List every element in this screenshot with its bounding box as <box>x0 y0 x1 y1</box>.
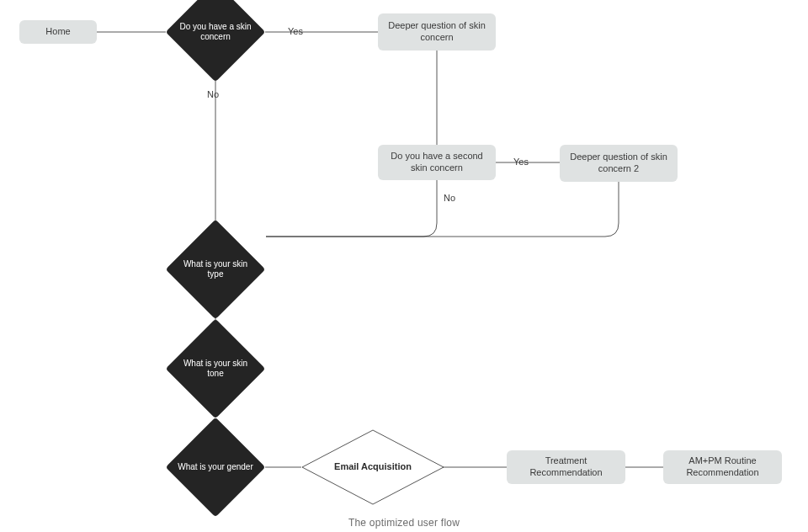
node-email-label: Email Acquisition <box>334 461 412 473</box>
edge-label-no-1: No <box>207 89 219 99</box>
node-routine-label: AM+PM Routine Recommendation <box>672 455 773 479</box>
node-skin-concern-label: Do you have a skin concern <box>178 22 253 43</box>
node-email: Email Acquisition <box>301 429 444 505</box>
node-treatment: Treatment Recommendation <box>507 450 625 484</box>
node-deeper-1-label: Deeper question of skin concern <box>386 20 487 44</box>
node-skin-type-label: What is your skin type <box>178 259 253 280</box>
node-skin-concern: Do you have a skin concern <box>165 0 266 82</box>
node-skin-type: What is your skin type <box>165 219 266 320</box>
edge-label-yes-1: Yes <box>288 26 303 36</box>
node-second-concern-label: Do you have a second skin concern <box>386 151 487 174</box>
node-deeper-2: Deeper question of skin concern 2 <box>560 145 678 182</box>
node-gender-label: What is your gender <box>178 462 253 473</box>
node-gender: What is your gender <box>165 417 266 518</box>
node-deeper-2-label: Deeper question of skin concern 2 <box>568 152 669 175</box>
edge-label-yes-2: Yes <box>513 157 529 167</box>
node-home-label: Home <box>45 26 70 38</box>
node-routine: AM+PM Routine Recommendation <box>663 450 782 484</box>
node-skin-tone: What is your skin tone <box>165 318 266 419</box>
flowchart-canvas: Home Do you have a skin concern Yes No D… <box>0 0 808 532</box>
diagram-caption: The optimized user flow <box>283 517 525 529</box>
node-second-concern: Do you have a second skin concern <box>378 145 496 180</box>
edge-label-no-2: No <box>444 193 455 203</box>
node-home: Home <box>19 20 97 44</box>
node-deeper-1: Deeper question of skin concern <box>378 13 496 51</box>
node-skin-tone-label: What is your skin tone <box>178 359 253 380</box>
node-treatment-label: Treatment Recommendation <box>515 455 617 479</box>
